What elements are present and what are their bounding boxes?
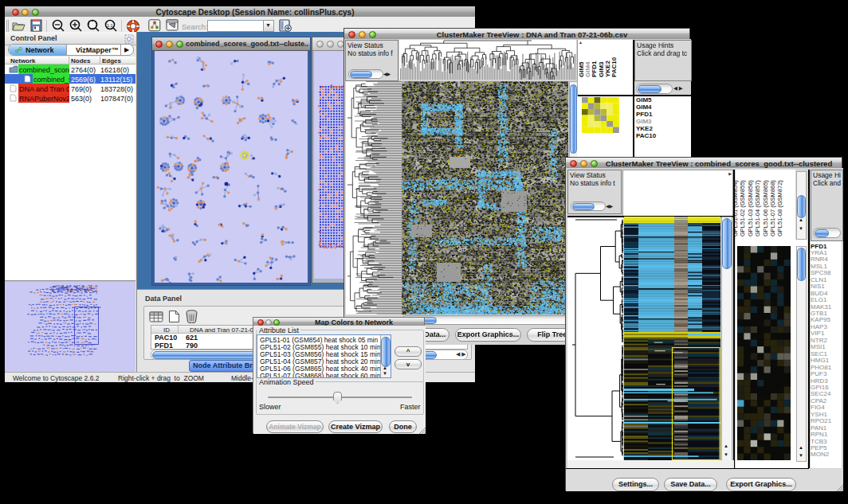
svg-text:1:1: 1:1 — [107, 23, 113, 28]
